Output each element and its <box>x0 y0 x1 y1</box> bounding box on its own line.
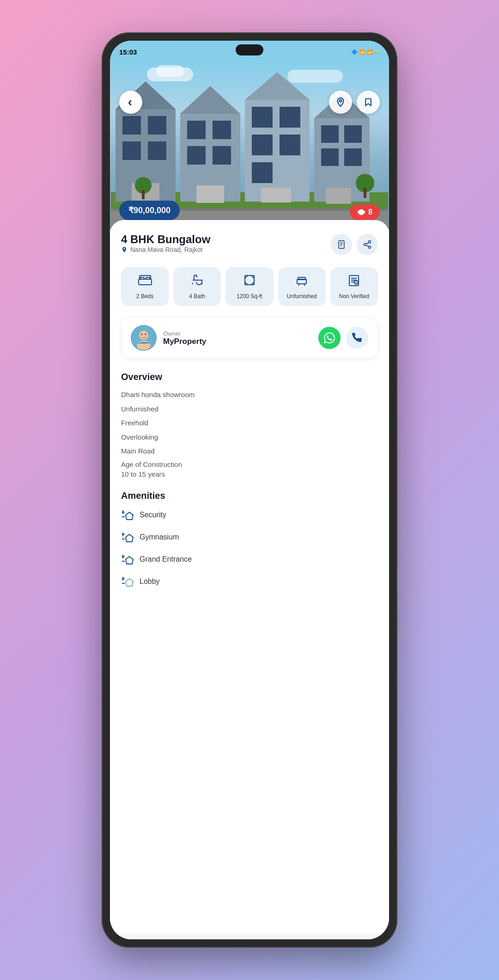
header-actions <box>331 234 378 255</box>
svg-rect-7 <box>122 141 141 160</box>
svg-rect-21 <box>252 135 273 155</box>
owner-details: Owner MyProperty <box>163 330 207 346</box>
whatsapp-button[interactable] <box>318 327 341 349</box>
svg-rect-33 <box>142 190 145 199</box>
svg-rect-28 <box>344 125 362 143</box>
location-button[interactable] <box>329 91 352 114</box>
svg-point-36 <box>340 100 342 102</box>
svg-marker-80 <box>126 579 133 586</box>
status-icons: 🔷 📶 📶 🔋 <box>351 49 380 55</box>
svg-rect-16 <box>196 185 224 203</box>
property-title-group: 4 BHK Bungalow Nana Mava Road, Rajkot <box>121 233 210 264</box>
svg-marker-68 <box>126 512 133 520</box>
amenity-entrance-label: Grand Entrance <box>140 555 192 564</box>
svg-rect-6 <box>148 116 166 135</box>
sqft-label: 1200 Sq-ft <box>237 293 262 300</box>
svg-rect-49 <box>140 277 144 279</box>
svg-rect-35 <box>364 188 366 198</box>
svg-rect-14 <box>187 146 206 165</box>
bookmark-button[interactable] <box>357 91 380 114</box>
price-badge: ₹90,00,000 <box>119 201 180 220</box>
feature-sqft: 1200 Sq-ft <box>225 267 273 306</box>
svg-point-65 <box>145 334 146 335</box>
amenity-icon-entrance <box>121 553 134 566</box>
owner-avatar <box>131 325 157 351</box>
property-title: 4 BHK Bungalow <box>121 233 210 246</box>
feature-bath: 4 Bath <box>173 267 221 306</box>
svg-rect-12 <box>187 121 206 139</box>
notes-icon <box>337 240 346 249</box>
amenity-lobby: Lobby <box>121 575 378 588</box>
svg-rect-53 <box>298 277 305 280</box>
amenity-icon-lobby <box>121 575 134 588</box>
phone-screen: 15:03 🔷 📶 📶 🔋 <box>110 41 389 939</box>
back-button[interactable] <box>119 91 142 114</box>
phone-icon <box>352 333 362 343</box>
svg-marker-72 <box>126 534 133 542</box>
svg-rect-19 <box>252 107 273 128</box>
svg-point-38 <box>124 248 125 250</box>
svg-marker-76 <box>126 557 133 564</box>
svg-rect-23 <box>252 162 273 183</box>
amenities-title: Amenities <box>121 490 378 501</box>
feature-furnished: Unfurnished <box>278 267 326 306</box>
bath-icon <box>191 274 204 289</box>
eye-icon <box>357 208 365 216</box>
svg-point-64 <box>141 334 143 335</box>
svg-marker-11 <box>180 86 240 114</box>
property-header: 4 BHK Bungalow Nana Mava Road, Rajkot <box>121 233 378 264</box>
share-button[interactable] <box>357 234 378 255</box>
amenity-security-label: Security <box>140 511 166 519</box>
bottom-nav: ≡ □ ◁ <box>110 934 389 939</box>
views-badge: 8 <box>350 204 380 220</box>
amenity-icon-gymnasium <box>121 531 134 544</box>
beds-label: 2 Beds <box>136 293 153 300</box>
svg-rect-20 <box>280 107 300 128</box>
svg-rect-22 <box>280 135 300 155</box>
svg-rect-50 <box>146 277 150 279</box>
status-bar: 15:03 🔷 📶 📶 🔋 <box>110 41 389 63</box>
feature-verified: Non Verified <box>330 267 378 306</box>
svg-rect-13 <box>213 121 231 139</box>
verified-icon <box>347 274 360 289</box>
avatar-svg <box>131 325 157 351</box>
content-card: 4 BHK Bungalow Nana Mava Road, Rajkot <box>110 220 389 934</box>
overview-title: Overview <box>121 372 378 382</box>
amenity-gymnasium: Gymnasium <box>121 531 378 544</box>
owner-name: MyProperty <box>163 337 207 346</box>
location-text: Nana Mava Road, Rajkot <box>130 246 202 253</box>
feature-beds: 2 Beds <box>121 267 169 306</box>
sqft-icon <box>243 274 256 289</box>
svg-point-43 <box>369 241 371 243</box>
svg-point-45 <box>369 246 371 248</box>
svg-line-46 <box>366 245 369 246</box>
svg-line-47 <box>366 242 369 244</box>
svg-rect-48 <box>139 279 152 285</box>
verified-label: Non Verified <box>339 293 369 300</box>
status-time: 15:03 <box>119 48 137 56</box>
amenity-lobby-label: Lobby <box>140 577 160 586</box>
overview-item-4: Main Road <box>121 446 378 457</box>
owner-actions <box>318 327 368 349</box>
svg-rect-8 <box>148 141 166 160</box>
bed-icon <box>138 274 152 289</box>
features-row: 2 Beds 4 Bath <box>121 267 378 306</box>
svg-point-37 <box>360 211 363 214</box>
amenity-entrance: Grand Entrance <box>121 553 378 566</box>
location-row: Nana Mava Road, Rajkot <box>121 246 210 253</box>
svg-rect-5 <box>122 116 141 135</box>
overview-age-value: 10 to 15 years <box>121 469 378 480</box>
owner-card: Owner MyProperty <box>121 317 378 359</box>
phone-frame: 15:03 🔷 📶 📶 🔋 <box>102 32 397 948</box>
svg-rect-31 <box>326 188 351 204</box>
owner-info: Owner MyProperty <box>131 325 207 351</box>
notes-button[interactable] <box>331 234 352 255</box>
call-button[interactable] <box>346 327 368 349</box>
location-pin-icon <box>121 246 128 253</box>
owner-role: Owner <box>163 330 207 337</box>
overview-item-0: Dharti honda showroom <box>121 390 378 400</box>
svg-rect-15 <box>213 146 231 165</box>
amenity-security: Security <box>121 508 378 521</box>
svg-rect-30 <box>344 148 362 166</box>
bath-label: 4 Bath <box>189 293 205 300</box>
